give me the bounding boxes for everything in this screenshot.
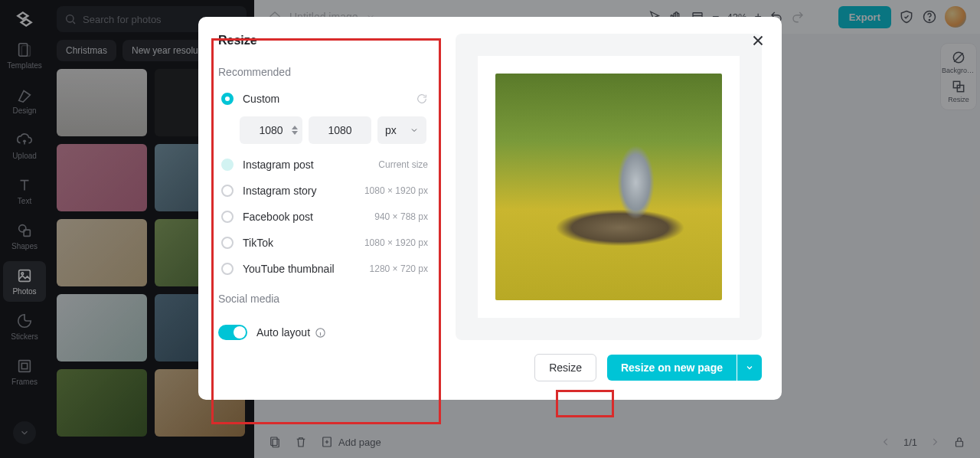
modal-overlay: Resize Recommended Custom 1080 bbox=[0, 0, 980, 458]
width-value: 1080 bbox=[259, 124, 283, 136]
option-label: Facebook post bbox=[243, 211, 313, 223]
resize-options-column: Resize Recommended Custom 1080 bbox=[218, 34, 436, 381]
auto-layout-toggle[interactable] bbox=[218, 325, 247, 340]
option-label: Instagram story bbox=[243, 185, 316, 197]
resize-button[interactable]: Resize bbox=[534, 354, 596, 381]
option-label: Custom bbox=[243, 93, 279, 105]
preview-image bbox=[495, 74, 722, 300]
resize-modal: Resize Recommended Custom 1080 bbox=[198, 17, 782, 400]
radio[interactable] bbox=[221, 159, 234, 171]
reset-icon[interactable] bbox=[416, 93, 428, 105]
width-stepper[interactable] bbox=[292, 126, 298, 135]
option-label: YouTube thumbnail bbox=[243, 263, 335, 275]
close-icon bbox=[750, 32, 766, 49]
chevron-down-icon bbox=[410, 126, 419, 135]
option-tiktok[interactable]: TikTok 1080 × 1920 px bbox=[218, 230, 431, 256]
close-button[interactable] bbox=[750, 32, 766, 49]
height-value: 1080 bbox=[328, 124, 351, 136]
resize-new-page-group: Resize on new page bbox=[607, 355, 762, 381]
radio[interactable] bbox=[221, 263, 234, 275]
preview-canvas bbox=[478, 56, 740, 318]
option-label: Instagram post bbox=[243, 159, 314, 171]
option-sub: 1080 × 1920 px bbox=[364, 237, 428, 248]
option-custom[interactable]: Custom bbox=[218, 86, 431, 112]
option-sub: 1280 × 720 px bbox=[370, 263, 428, 274]
option-sub: Current size bbox=[378, 159, 428, 170]
radio[interactable] bbox=[221, 237, 234, 249]
width-input[interactable]: 1080 bbox=[240, 116, 302, 144]
radio-selected[interactable] bbox=[221, 93, 234, 105]
preview-column: Resize Resize on new page bbox=[456, 34, 762, 381]
custom-dimensions: 1080 1080 px bbox=[240, 116, 431, 144]
resize-new-page-caret[interactable] bbox=[737, 355, 762, 381]
option-facebook-post[interactable]: Facebook post 940 × 788 px bbox=[218, 204, 431, 230]
auto-layout-row: Auto layout bbox=[218, 325, 436, 340]
modal-actions: Resize Resize on new page bbox=[456, 354, 762, 381]
option-sub: 1080 × 1920 px bbox=[364, 185, 428, 196]
option-youtube-thumbnail[interactable]: YouTube thumbnail 1280 × 720 px bbox=[218, 256, 431, 282]
preview-frame bbox=[456, 34, 762, 340]
option-social-instagram-post[interactable]: Instagram post bbox=[218, 312, 431, 314]
resize-new-page-button[interactable]: Resize on new page bbox=[607, 355, 737, 381]
info-icon[interactable] bbox=[315, 327, 326, 339]
options-scroll[interactable]: Recommended Custom 1080 bbox=[218, 61, 436, 314]
unit-select[interactable]: px bbox=[377, 116, 426, 144]
section-social: Social media bbox=[218, 293, 431, 305]
modal-title: Resize bbox=[218, 34, 436, 47]
unit-value: px bbox=[385, 124, 397, 136]
height-input[interactable]: 1080 bbox=[309, 116, 371, 144]
auto-layout-label: Auto layout bbox=[256, 326, 310, 339]
radio[interactable] bbox=[221, 211, 234, 223]
section-recommended: Recommended bbox=[218, 66, 431, 78]
option-instagram-post[interactable]: Instagram post Current size bbox=[218, 152, 431, 178]
chevron-down-icon bbox=[745, 363, 754, 372]
radio[interactable] bbox=[221, 185, 234, 197]
option-instagram-story[interactable]: Instagram story 1080 × 1920 px bbox=[218, 178, 431, 204]
option-sub: 940 × 788 px bbox=[374, 211, 428, 222]
option-label: TikTok bbox=[243, 237, 273, 249]
